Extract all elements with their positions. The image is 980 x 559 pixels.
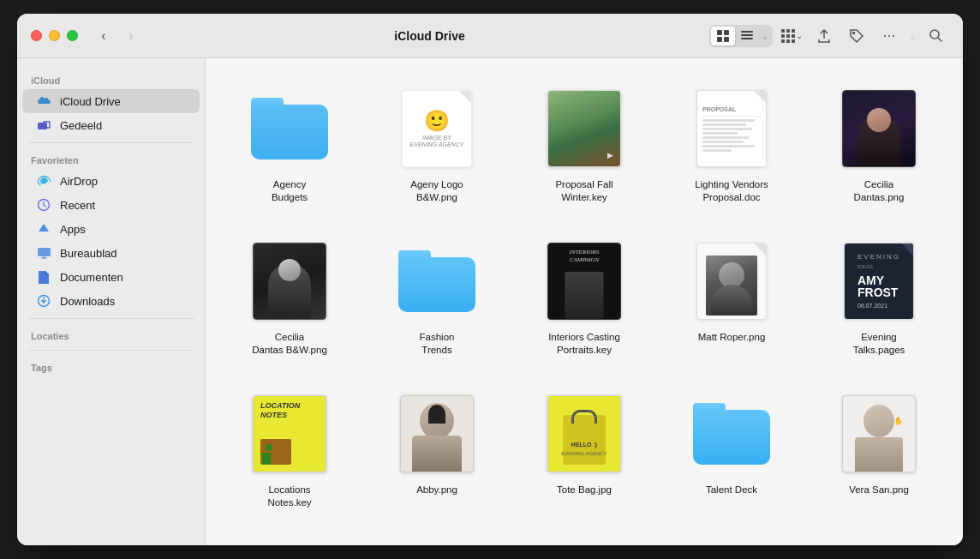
share-button[interactable] [810, 24, 838, 48]
maximize-button[interactable] [67, 30, 78, 41]
svg-rect-1 [724, 30, 729, 35]
apps-icon [36, 221, 51, 237]
file-talent-deck[interactable]: Talent Deck [665, 384, 798, 516]
file-name-evening-talks: EveningTalks.pages [853, 331, 905, 357]
search-button[interactable] [922, 24, 949, 48]
file-thumb-agency-logo: 🙂 IMAGE BYEVENING AGENCY [394, 86, 480, 171]
file-name-tote-bag: Tote Bag.jpg [557, 484, 612, 496]
svg-rect-15 [786, 39, 790, 43]
file-name-cecilia-dantas-bw: CeciliaDantas B&W.png [252, 331, 327, 357]
file-interiors-casting[interactable]: INTERIORSCAMPAIGN Interiors CastingPortr… [517, 231, 651, 364]
file-matt-roper[interactable]: Matt Roper.png [665, 231, 798, 364]
file-thumb-matt-roper [689, 238, 774, 324]
svg-rect-2 [717, 37, 722, 42]
main-content: iCloud iCloud Drive Gedeeld [17, 58, 963, 545]
file-name-interiors-casting: Interiors CastingPortraits.key [548, 331, 620, 357]
svg-rect-16 [792, 39, 795, 43]
file-evening-talks[interactable]: EVENING IDEAS AMYFROST 06.07.2021 Evenin… [812, 231, 946, 364]
group-button[interactable]: ⌄ [778, 24, 805, 48]
file-thumb-vera-san: ✋ [836, 391, 922, 477]
nav-buttons: ‹ › [92, 24, 143, 48]
toolbar-right: ⌄ ⌄ [709, 24, 949, 48]
more-button[interactable]: ··· [875, 24, 903, 48]
svg-rect-10 [792, 29, 795, 33]
svg-rect-13 [792, 34, 795, 38]
sidebar-divider-2 [27, 318, 194, 319]
file-thumb-fashion-trends [394, 238, 480, 324]
file-lighting-vendors[interactable]: PROPOSAL Lighti [665, 79, 798, 211]
recent-label: Recent [60, 199, 95, 212]
sidebar-item-apps[interactable]: Apps [22, 217, 200, 241]
file-thumb-cecilia-dantas-bw [247, 238, 332, 324]
locations-section-label: Locaties [17, 324, 205, 345]
file-locations-notes[interactable]: LOCATIONNOTES LocationsNotes.key [223, 384, 356, 516]
sidebar-item-shared[interactable]: Gedeeld [22, 113, 200, 137]
sidebar-item-icloud-drive[interactable]: iCloud Drive [22, 89, 200, 113]
file-tote-bag[interactable]: HELLO :) EVENING AGENCY Tote Bag.jpg [517, 384, 651, 516]
file-thumb-locations-notes: LOCATIONNOTES [247, 391, 332, 477]
svg-rect-6 [741, 38, 753, 39]
recent-icon [36, 197, 51, 213]
file-thumb-agency-budgets [247, 86, 332, 171]
grid-view-button[interactable] [711, 27, 735, 45]
file-name-cecilia-dantas: CeciliaDantas.png [854, 178, 905, 204]
file-fashion-trends[interactable]: FashionTrends [370, 231, 504, 364]
tag-button[interactable] [843, 24, 870, 48]
file-agency-budgets[interactable]: AgencyBudgets [223, 79, 356, 211]
sidebar-item-downloads[interactable]: Downloads [22, 289, 200, 313]
sidebar-item-recent[interactable]: Recent [22, 193, 200, 217]
file-vera-san[interactable]: ✋ Vera San.png [812, 384, 946, 516]
file-name-lighting-vendors: Lighting VendorsProposal.doc [695, 178, 768, 204]
shared-icon [36, 117, 51, 133]
file-name-agency-budgets: AgencyBudgets [272, 178, 308, 204]
bureaublad-label: Bureaublad [60, 247, 117, 260]
file-name-agency-logo: Ageny LogoB&W.png [410, 178, 463, 204]
file-name-locations-notes: LocationsNotes.key [267, 484, 311, 509]
file-thumb-proposal-fall: ▶ [541, 86, 627, 171]
airdrop-label: AirDrop [60, 175, 98, 188]
file-name-matt-roper: Matt Roper.png [698, 331, 766, 344]
sidebar-item-airdrop[interactable]: AirDrop [22, 169, 200, 193]
documenten-label: Documenten [60, 271, 123, 284]
downloads-label: Downloads [60, 295, 115, 308]
file-abby[interactable]: Abby.png [370, 384, 504, 516]
file-name-talent-deck: Talent Deck [706, 484, 757, 496]
forward-button[interactable]: › [119, 24, 143, 48]
desktop-icon [36, 245, 51, 261]
file-agency-logo[interactable]: 🙂 IMAGE BYEVENING AGENCY Ageny LogoB&W.p… [370, 79, 504, 211]
icloud-drive-icon [36, 93, 51, 109]
svg-line-19 [938, 38, 942, 42]
file-proposal-fall[interactable]: ▶ Proposal FallWinter.key [517, 79, 651, 211]
svg-rect-23 [38, 248, 51, 256]
sidebar-divider-3 [27, 350, 194, 351]
list-view-button[interactable] [735, 27, 759, 45]
back-button[interactable]: ‹ [92, 24, 116, 48]
window-title: iCloud Drive [150, 29, 709, 43]
minimize-button[interactable] [49, 30, 60, 41]
sidebar: iCloud iCloud Drive Gedeeld [17, 58, 206, 545]
file-name-vera-san: Vera San.png [849, 484, 909, 496]
icloud-drive-label: iCloud Drive [60, 95, 121, 108]
sidebar-item-documenten[interactable]: Documenten [22, 265, 200, 289]
files-grid: AgencyBudgets 🙂 IMAGE BYEVENING AGENCY A… [223, 79, 946, 516]
file-cecilia-dantas[interactable]: CeciliaDantas.png [812, 79, 946, 211]
file-thumb-cecilia-dantas [836, 86, 922, 171]
svg-rect-5 [741, 34, 753, 36]
svg-point-17 [853, 32, 855, 33]
file-cecilia-dantas-bw[interactable]: CeciliaDantas B&W.png [223, 231, 356, 364]
shared-label: Gedeeld [60, 119, 102, 132]
sidebar-item-bureaublad[interactable]: Bureaublad [22, 241, 200, 265]
close-button[interactable] [31, 30, 42, 41]
content-area: AgencyBudgets 🙂 IMAGE BYEVENING AGENCY A… [206, 58, 963, 545]
file-name-proposal-fall: Proposal FallWinter.key [555, 178, 612, 204]
favorites-section-label: Favorieten [17, 148, 205, 169]
view-toggle: ⌄ [709, 25, 773, 47]
file-name-fashion-trends: FashionTrends [420, 331, 455, 357]
file-thumb-evening-talks: EVENING IDEAS AMYFROST 06.07.2021 [836, 238, 922, 324]
titlebar: ‹ › iCloud Drive [17, 14, 963, 58]
svg-rect-4 [741, 31, 753, 33]
file-thumb-lighting-vendors: PROPOSAL [689, 86, 774, 171]
traffic-lights [31, 30, 78, 41]
svg-rect-8 [781, 29, 785, 33]
file-thumb-abby [394, 391, 480, 477]
